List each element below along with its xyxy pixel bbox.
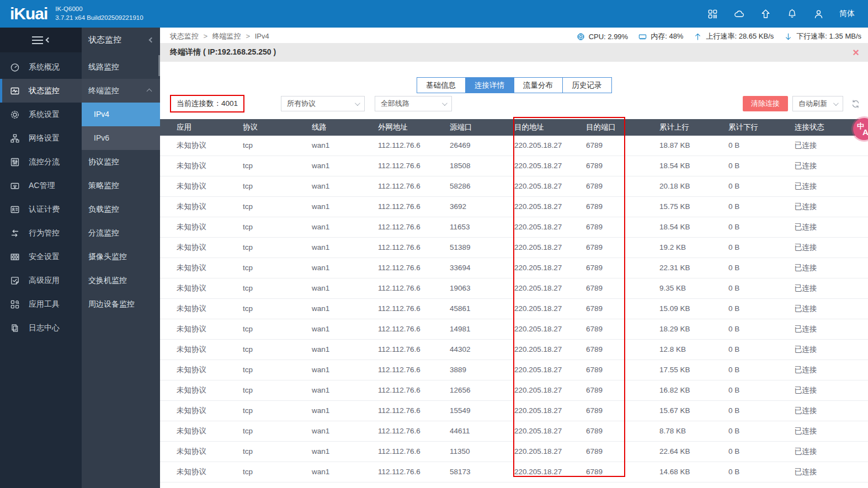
protocol-filter-select[interactable]: 所有协议 (281, 96, 365, 111)
submenu-item[interactable]: 交换机监控 (82, 269, 160, 292)
submenu-item[interactable]: 终端监控 (82, 79, 160, 103)
table-row[interactable]: 未知协议 tcp wan1 112.112.76.6 51389 220.205… (160, 238, 868, 258)
cell-status: 已连接 (795, 238, 868, 258)
cell-destination-address: 220.205.18.27 (514, 401, 586, 421)
table-row[interactable]: 未知协议 tcp wan1 112.112.76.6 45861 220.205… (160, 299, 868, 319)
tab[interactable]: 流量分布 (514, 78, 563, 93)
cell-status: 已连接 (795, 401, 868, 421)
column-header[interactable]: 协议 (243, 119, 312, 136)
cell-destination-address: 220.205.18.27 (514, 258, 586, 278)
cell-destination-address: 220.205.18.27 (514, 217, 586, 237)
sidebar-item-advanced-apps[interactable]: 高级应用 (0, 269, 82, 292)
submenu-item[interactable]: 负载监控 (82, 197, 160, 221)
column-header[interactable]: 累计下行 (728, 119, 795, 136)
user-icon[interactable] (813, 8, 824, 20)
apps-icon[interactable] (707, 8, 718, 20)
top-bar-actions: 简体 (707, 8, 868, 20)
tab[interactable]: 基础信息 (417, 78, 466, 93)
tab[interactable]: 历史记录 (563, 78, 611, 93)
submenu-item-label: 终端监控 (88, 86, 119, 95)
upload-arrow-icon[interactable] (760, 8, 771, 20)
cell-source-port: 15549 (450, 401, 514, 421)
table-row[interactable]: 未知协议 tcp wan1 112.112.76.6 3692 220.205.… (160, 197, 868, 217)
sidebar-item-behavior-control[interactable]: 行为管控 (0, 221, 82, 245)
sidebar-item-status-monitor[interactable]: 状态监控 (0, 79, 82, 103)
submenu-item[interactable]: 周边设备监控 (82, 292, 160, 316)
column-header[interactable]: 目的端口 (586, 119, 659, 136)
table-row[interactable]: 未知协议 tcp wan1 112.112.76.6 11653 220.205… (160, 217, 868, 238)
close-icon[interactable]: × (853, 47, 859, 58)
submenu-item[interactable]: 分流监控 (82, 221, 160, 245)
submenu-item[interactable]: 线路监控 (82, 55, 160, 79)
column-header[interactable]: 目的地址 (514, 119, 586, 136)
chevron-down-icon (355, 100, 360, 106)
table-row[interactable]: 未知协议 tcp wan1 112.112.76.6 11350 220.205… (160, 442, 868, 462)
cell-line: wan1 (312, 136, 378, 155)
sidebar-item-system-overview[interactable]: 系统概况 (0, 55, 82, 79)
breadcrumb-item[interactable]: 状态监控 (170, 32, 212, 40)
sidebar-item-system-settings[interactable]: 系统设置 (0, 103, 82, 126)
breadcrumb-item[interactable]: 终端监控 (212, 32, 255, 40)
sidebar-item-label: 网络设置 (29, 133, 60, 143)
submenu-item[interactable]: 协议监控 (82, 150, 160, 174)
submenu-item[interactable]: 摄像头监控 (82, 245, 160, 269)
cell-source-port: 11350 (450, 442, 514, 462)
collapse-submenu-icon[interactable] (149, 37, 155, 43)
sidebar-item-auth-billing[interactable]: 认证计费 (0, 197, 82, 221)
breadcrumb-item[interactable]: IPv4 (255, 32, 269, 40)
table-row[interactable]: 未知协议 tcp wan1 112.112.76.6 58286 220.205… (160, 176, 868, 197)
collapse-sidebar-button[interactable] (0, 28, 82, 52)
cloud-icon[interactable] (733, 8, 745, 20)
table-row[interactable]: 未知协议 tcp wan1 112.112.76.6 3889 220.205.… (160, 360, 868, 380)
sidebar-item-app-tools[interactable]: 应用工具 (0, 292, 82, 316)
sidebar-item-ac-management[interactable]: AC管理 (0, 174, 82, 197)
cpu-value: CPU: 2.99% (589, 33, 629, 41)
sidebar-item-network-settings[interactable]: 网络设置 (0, 126, 82, 150)
sidebar-item-security-settings[interactable]: 安全设置 (0, 245, 82, 269)
submenu-item[interactable]: IPv6 (82, 126, 160, 150)
table-row[interactable]: 未知协议 tcp wan1 112.112.76.6 14981 220.205… (160, 319, 868, 340)
table-row[interactable]: 未知协议 tcp wan1 112.112.76.6 33694 220.205… (160, 258, 868, 278)
sidebar-item-flow-control[interactable]: 流控分流 (0, 150, 82, 174)
wifi-router-icon (9, 180, 20, 191)
tab[interactable]: 连接详情 (466, 78, 514, 93)
column-header[interactable]: 应用 (177, 119, 243, 136)
submenu-item-label: IPv4 (94, 110, 109, 119)
submenu-title: 状态监控 (88, 35, 121, 45)
cell-destination-address: 220.205.18.27 (514, 238, 586, 258)
arrow-down-icon (784, 32, 793, 41)
cell-status: 已连接 (795, 156, 868, 176)
column-header[interactable]: 线路 (312, 119, 378, 136)
submenu-item[interactable]: IPv4 (82, 103, 160, 126)
sidebar-item-log-center[interactable]: 日志中心 (0, 316, 82, 340)
line-filter-select[interactable]: 全部线路 (375, 96, 452, 111)
column-header[interactable]: 外网地址 (378, 119, 450, 136)
table-row[interactable]: 未知协议 tcp wan1 112.112.76.6 44302 220.205… (160, 340, 868, 360)
column-header[interactable]: 源端口 (450, 119, 514, 136)
table-row[interactable]: 未知协议 tcp wan1 112.112.76.6 44611 220.205… (160, 421, 868, 442)
submenu-item[interactable]: 策略监控 (82, 174, 160, 197)
table-row[interactable]: 未知协议 tcp wan1 112.112.76.6 26469 220.205… (160, 136, 868, 156)
bell-icon[interactable] (786, 8, 798, 20)
cell-source-port: 45861 (450, 299, 514, 319)
cell-line: wan1 (312, 462, 378, 482)
column-header[interactable]: 累计上行 (659, 119, 728, 136)
cell-line: wan1 (312, 401, 378, 421)
refresh-mode-select[interactable]: 自动刷新 (792, 96, 843, 111)
sidebar-item-label: 状态监控 (29, 86, 60, 96)
language-switcher[interactable]: 简体 (839, 9, 855, 19)
clear-connections-button[interactable]: 清除连接 (743, 96, 788, 111)
cell-status: 已连接 (795, 258, 868, 278)
cell-destination-address: 220.205.18.27 (514, 156, 586, 176)
table-row[interactable]: 未知协议 tcp wan1 112.112.76.6 12656 220.205… (160, 380, 868, 401)
table-row[interactable]: 未知协议 tcp wan1 112.112.76.6 58173 220.205… (160, 462, 868, 482)
table-row[interactable]: 未知协议 tcp wan1 112.112.76.6 15549 220.205… (160, 401, 868, 421)
refresh-icon[interactable] (850, 99, 861, 109)
secondary-sidebar: 状态监控 线路监控 终端监控 IPv4 (82, 28, 160, 488)
cell-download-total: 0 B (728, 238, 795, 258)
cell-download-total: 0 B (728, 401, 795, 421)
app-logo[interactable]: iKuai (10, 4, 47, 23)
cell-app: 未知协议 (177, 156, 243, 176)
table-row[interactable]: 未知协议 tcp wan1 112.112.76.6 19063 220.205… (160, 278, 868, 299)
table-row[interactable]: 未知协议 tcp wan1 112.112.76.6 18508 220.205… (160, 156, 868, 176)
